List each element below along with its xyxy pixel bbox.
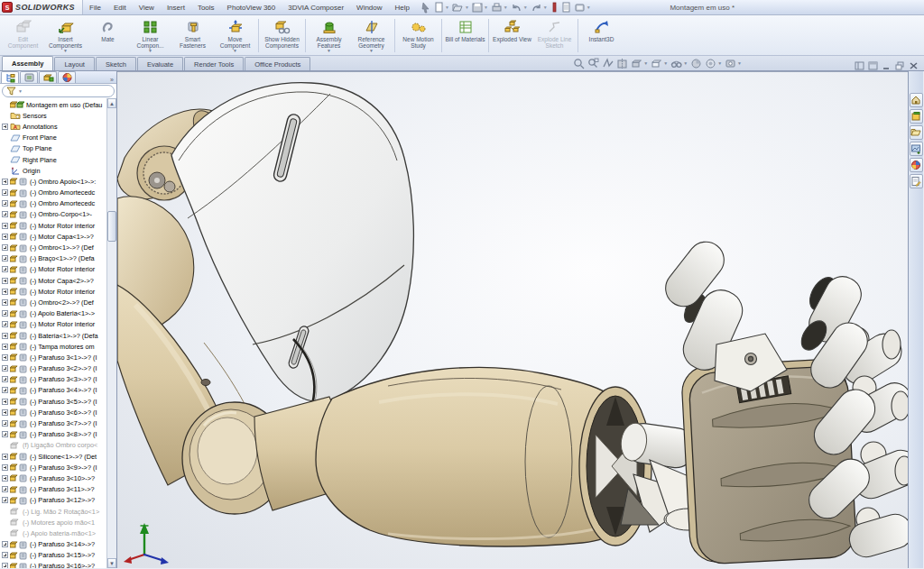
expander-plus-icon[interactable] [2,289,8,295]
selection-arrow-button[interactable] [420,1,432,14]
tree-item[interactable]: (-) Braço<1>->? (Defa [0,253,116,264]
expander-plus-icon[interactable] [2,200,8,206]
expander-plus-icon[interactable] [2,454,8,460]
file-explorer-tab[interactable] [910,125,923,140]
appearances-tab[interactable] [910,158,923,172]
apply-scene-button[interactable]: ▼ [705,58,722,69]
tree-item[interactable]: (-) Parafuso 3<11>->? [0,484,116,495]
tree-item[interactable]: (-) Motor Rotor interior [0,286,116,297]
tree-item[interactable]: (-) Parafuso 3<3>->? (I [0,374,116,385]
tree-item[interactable]: (-) Parafuso 3<9>->? (I [0,462,116,473]
view-palette-tab[interactable] [910,142,923,156]
expander-plus-icon[interactable] [2,310,8,317]
tree-item[interactable]: Origin [0,165,116,176]
tab-sketch[interactable]: Sketch [96,57,136,70]
undo-button[interactable]: ▼ [510,1,529,14]
tree-item[interactable]: (-) Parafuso 3<5>->? (I [0,396,116,407]
assembly-features-button[interactable]: Assembly Features▼ [308,16,350,55]
view-settings-button[interactable]: ▼ [725,58,742,69]
menu-file[interactable]: File [83,0,107,14]
dropdown-arrow-icon[interactable]: ▼ [643,60,648,66]
expander-plus-icon[interactable] [2,376,8,382]
menu-photoview-360[interactable]: PhotoView 360 [221,0,282,14]
new-motion-study-button[interactable]: New Motion Study [397,16,439,55]
propertymanager-tab[interactable] [20,71,38,83]
tree-item[interactable]: (-) Motor Capa<1>->? [0,231,116,242]
scroll-up-arrow[interactable]: ▲ [107,98,116,108]
tree-item[interactable]: (-) Ombro Apoio<1>->: [0,176,116,187]
expander-plus-icon[interactable] [2,189,8,196]
tree-item[interactable]: (-) Motor Rotor interior [0,264,116,275]
bill-of-materials-button[interactable]: Bill of Materials [444,16,486,55]
restore-button[interactable] [895,61,905,70]
expander-plus-icon[interactable] [2,365,8,372]
dropdown-arrow-icon[interactable]: ▼ [683,60,688,66]
expander-plus-icon[interactable] [2,244,8,251]
expander-plus-icon[interactable] [2,333,8,339]
expander-plus-icon[interactable] [2,475,8,482]
expander-plus-icon[interactable] [2,124,8,130]
dropdown-arrow-icon[interactable]: ▼ [233,49,237,53]
zoom-to-area-button[interactable] [587,58,599,69]
dock-pane-button[interactable] [855,61,864,70]
tree-item[interactable]: (-) Apoio Bateria<1>-> [0,308,116,319]
linear-pattern-button[interactable]: Linear Compon...▼ [129,16,171,55]
tree-item[interactable]: (-) Parafuso 3<1>->? (I [0,352,116,363]
expander-plus-icon[interactable] [2,541,8,547]
graphics-viewport[interactable] [117,71,908,568]
menu-insert[interactable]: Insert [161,0,191,14]
tree-item[interactable]: Sensors [0,110,116,121]
tree-item[interactable]: (-) Ombro<2>->? (Def [0,297,116,307]
configurationmanager-tab[interactable] [39,71,57,83]
expander-plus-icon[interactable] [2,552,8,558]
tree-item[interactable]: (-) Parafuso 3<15>->? [0,550,116,561]
expander-plus-icon[interactable] [2,223,8,229]
tree-item[interactable]: (-) Motores apoio mão<1 [0,517,116,528]
expander-plus-icon[interactable] [2,387,8,393]
tree-item[interactable]: (-) Parafuso 3<16>->? [0,561,116,568]
solidworks-resources-tab[interactable] [910,93,923,107]
expander-plus-icon[interactable] [2,431,8,437]
tree-item[interactable]: (-) Parafuso 3<8>->? (I [0,429,116,440]
new-window-button[interactable] [868,61,878,70]
print-button[interactable]: ▼ [490,1,509,14]
tree-item[interactable]: (f) Ligação Ombro corpo< [0,440,116,451]
tree-item[interactable]: (-) Parafuso 3<6>->? (I [0,407,116,418]
tab-render-tools[interactable]: Render Tools [184,57,244,70]
tree-item[interactable]: (-) Motor Capa<2>->? [0,275,116,286]
previous-view-button[interactable] [602,58,614,69]
dropdown-arrow-icon[interactable]: ▼ [445,5,449,10]
dropdown-arrow-icon[interactable]: ▼ [63,49,68,53]
expander-plus-icon[interactable] [2,266,8,272]
menu-3dvia-composer[interactable]: 3DVIA Composer [282,0,350,14]
save-button[interactable]: ▼ [471,1,489,14]
redo-button[interactable]: ▼ [530,1,549,14]
display-style-button[interactable]: ▼ [651,58,668,69]
smart-fasteners-button[interactable]: Smart Fasteners [171,16,214,55]
insert-components-button[interactable]: Insert Components▼ [44,16,87,55]
new-document-button[interactable]: ▼ [433,1,450,14]
tree-item[interactable]: (-) Parafuso 3<4>->? (I [0,385,116,396]
featuremanager-tab[interactable] [1,71,19,83]
instant3d-button[interactable]: Instant3D [580,16,623,55]
expander-plus-icon[interactable] [2,344,8,350]
expander-plus-icon[interactable] [2,497,8,503]
open-document-button[interactable]: ▼ [451,1,470,14]
reference-geometry-button[interactable]: Reference Geometry▼ [350,16,393,55]
scroll-down-arrow[interactable]: ▼ [107,558,116,568]
edit-appearance-button[interactable] [690,58,702,69]
dropdown-arrow-icon[interactable]: ▼ [737,60,742,66]
tree-item[interactable]: Right Plane [0,154,116,165]
tree-item[interactable]: (-) Ombro Amortecedc [0,198,116,209]
minimize-button[interactable] [882,61,892,70]
dropdown-arrow-icon[interactable]: ▼ [717,60,722,66]
show-hidden-button[interactable]: Show Hidden Components [261,16,303,55]
expander-plus-icon[interactable] [2,464,8,471]
expander-plus-icon[interactable] [2,409,8,416]
mate-button[interactable]: Mate [87,16,129,55]
expander-plus-icon[interactable] [2,321,8,327]
dropdown-arrow-icon[interactable]: ▼ [327,49,331,53]
section-view-button[interactable] [616,58,628,69]
expander-plus-icon[interactable] [2,211,8,217]
menu-view[interactable]: View [133,0,161,14]
